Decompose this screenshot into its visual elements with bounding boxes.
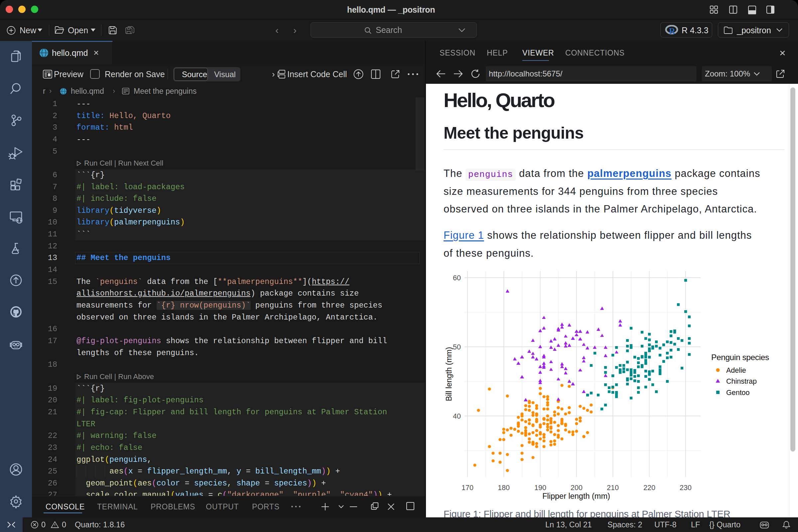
svg-text:Chinstrap: Chinstrap (726, 377, 757, 385)
svg-text:200: 200 (571, 484, 583, 492)
svg-text:190: 190 (534, 484, 546, 492)
svg-text:40: 40 (453, 412, 461, 420)
svg-text:Bill length (mm): Bill length (mm) (444, 347, 453, 401)
svg-text:Adelie: Adelie (726, 366, 746, 374)
svg-text:50: 50 (453, 343, 461, 351)
svg-text:220: 220 (643, 484, 656, 492)
svg-text:210: 210 (607, 484, 619, 492)
svg-text:Flipper length (mm): Flipper length (mm) (542, 492, 610, 500)
svg-text:60: 60 (453, 274, 461, 282)
svg-text:Gentoo: Gentoo (726, 389, 750, 397)
svg-text:180: 180 (498, 484, 510, 492)
svg-text:R: R (669, 26, 675, 35)
svg-text:170: 170 (461, 484, 474, 492)
svg-text:230: 230 (680, 484, 691, 492)
svg-text:Penguin species: Penguin species (711, 353, 769, 362)
